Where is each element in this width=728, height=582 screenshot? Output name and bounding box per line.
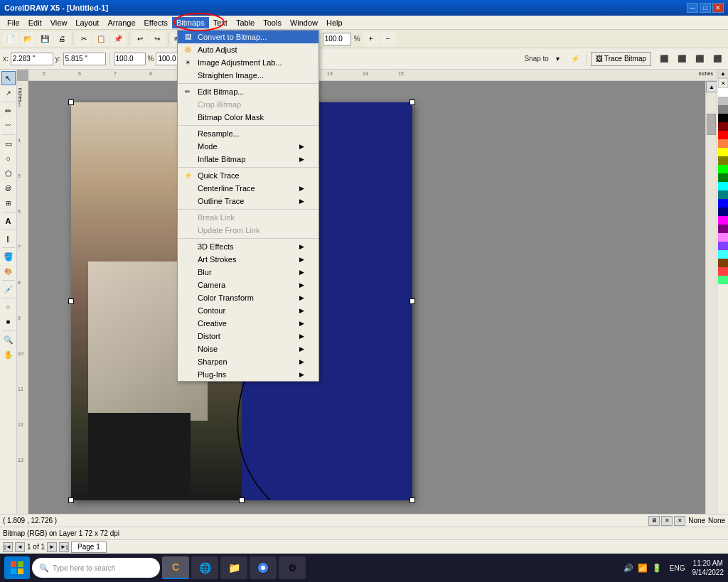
menu-effects[interactable]: Effects: [140, 17, 172, 28]
prop-btn1[interactable]: ⬛: [656, 52, 672, 66]
tool-zoom[interactable]: 🔍: [1, 333, 16, 347]
menu-item-color-transform[interactable]: Color Transform ▶: [178, 291, 318, 304]
undo-btn[interactable]: ↩: [132, 32, 148, 46]
menu-item-sharpen[interactable]: Sharpen ▶: [178, 355, 318, 368]
status-icon2[interactable]: ✕: [661, 516, 673, 526]
swatch-coral[interactable]: [718, 267, 728, 276]
menu-item-blur[interactable]: Blur ▶: [178, 266, 318, 279]
swatch-cyan[interactable]: [718, 182, 728, 190]
swatch-white[interactable]: [718, 88, 728, 97]
last-page-btn[interactable]: ►|: [59, 542, 69, 552]
none-swatch[interactable]: ✕: [718, 78, 728, 88]
swatch-brown[interactable]: [718, 259, 728, 267]
menu-item-image-adjustment[interactable]: ☀ Image Adjustment Lab...: [178, 56, 318, 69]
menu-item-inflate[interactable]: Inflate Bitmap ▶: [178, 153, 318, 166]
prop-btn2[interactable]: ⬛: [674, 52, 690, 66]
menu-help[interactable]: Help: [322, 17, 347, 28]
open-btn[interactable]: 📂: [20, 32, 36, 46]
menu-arrange[interactable]: Arrange: [103, 17, 139, 28]
prop-btn3[interactable]: ⬛: [692, 52, 707, 66]
swatch-orange[interactable]: [718, 139, 728, 148]
tool-parallel[interactable]: ∥: [1, 232, 16, 246]
print-btn[interactable]: 🖨: [54, 32, 70, 46]
menu-view[interactable]: View: [46, 17, 72, 28]
menu-file[interactable]: File: [3, 17, 24, 28]
taskbar-chrome[interactable]: [250, 556, 277, 579]
tool-subselect[interactable]: ↗: [1, 86, 16, 100]
trace-bitmap-btn[interactable]: 🖼 Trace Bitmap: [591, 52, 651, 66]
menu-item-auto-adjust[interactable]: 🔆 Auto Adjust: [178, 43, 318, 56]
swatch-purple[interactable]: [718, 225, 728, 233]
menu-bitmaps[interactable]: Bitmaps: [172, 17, 209, 28]
scroll-thumb-right[interactable]: [707, 114, 716, 135]
menu-item-straighten[interactable]: Straighten Image...: [178, 69, 318, 82]
taskbar-search-box[interactable]: 🔍 Type here to search: [32, 558, 160, 578]
menu-item-distort[interactable]: Distort ▶: [178, 330, 318, 343]
tray-icon2[interactable]: 📶: [637, 562, 648, 573]
tool-text[interactable]: A: [1, 214, 16, 228]
taskbar-app2[interactable]: ⚙: [279, 556, 306, 579]
swatch-yellow[interactable]: [718, 148, 728, 156]
palette-scroll-up[interactable]: ▲: [717, 70, 728, 78]
tool-pan[interactable]: ✋: [1, 347, 16, 362]
scroll-up-btn[interactable]: ▲: [706, 81, 717, 92]
width-prop[interactable]: [114, 53, 146, 65]
menu-item-convert-to-bitmap[interactable]: 🖼 Convert to Bitmap...: [178, 31, 318, 43]
tray-icon3[interactable]: 🔋: [651, 562, 663, 573]
start-button[interactable]: [4, 556, 30, 579]
paste-btn[interactable]: 📌: [110, 32, 126, 46]
swatch-teal[interactable]: [718, 190, 728, 199]
swatch-navy[interactable]: [718, 208, 728, 216]
menu-item-edit-bitmap[interactable]: ✏ Edit Bitmap...: [178, 85, 318, 98]
menu-item-contour[interactable]: Contour ▶: [178, 304, 318, 317]
prop-btn4[interactable]: ⬛: [710, 52, 725, 66]
zoom-input[interactable]: 100.0: [323, 33, 351, 45]
swatch-light-pink[interactable]: [718, 233, 728, 242]
tray-icon1[interactable]: 🔊: [623, 562, 634, 573]
tool-outline[interactable]: ○: [1, 300, 16, 314]
first-page-btn[interactable]: |◄: [3, 542, 13, 552]
tool-rect[interactable]: ▭: [1, 136, 16, 151]
menu-item-outline-trace[interactable]: Outline Trace ▶: [178, 195, 318, 208]
taskbar-explorer[interactable]: 📁: [220, 556, 247, 579]
menu-text[interactable]: Text: [209, 17, 232, 28]
tool-fill2[interactable]: ■: [1, 315, 16, 329]
tool-smart-fill[interactable]: 🎨: [1, 264, 16, 279]
maximize-button[interactable]: □: [700, 3, 711, 13]
new-btn[interactable]: 📄: [3, 32, 18, 46]
status-icon3[interactable]: ✕: [674, 516, 685, 526]
tool-eyedropper[interactable]: 💉: [1, 282, 16, 296]
tool-freehand[interactable]: ✏: [1, 104, 16, 118]
swatch-maroon[interactable]: [718, 122, 728, 131]
swatch-lime[interactable]: [718, 165, 728, 173]
tool-fill[interactable]: 🪣: [1, 249, 16, 264]
swatch-light-cyan[interactable]: [718, 250, 728, 259]
swatch-black[interactable]: [718, 114, 728, 122]
tool-polygon[interactable]: ⬠: [1, 166, 16, 180]
swatch-olive[interactable]: [718, 156, 728, 165]
snap-options[interactable]: ⚡: [567, 52, 583, 66]
menu-item-centerline-trace[interactable]: Centerline Trace ▶: [178, 182, 318, 195]
swatch-blue[interactable]: [718, 199, 728, 208]
menu-item-3d-effects[interactable]: 3D Effects ▶: [178, 240, 318, 253]
swatch-gray[interactable]: [718, 105, 728, 114]
tool-table[interactable]: ⊞: [1, 196, 16, 210]
copy-btn[interactable]: 📋: [93, 32, 109, 46]
menu-tools[interactable]: Tools: [259, 17, 286, 28]
prev-page-btn[interactable]: ◄: [15, 542, 25, 552]
menu-table[interactable]: Table: [232, 17, 259, 28]
menu-item-plugins[interactable]: Plug-Ins ▶: [178, 368, 318, 381]
taskbar-corel[interactable]: C: [162, 556, 189, 579]
tool-select[interactable]: ↖: [1, 71, 16, 85]
menu-item-creative[interactable]: Creative ▶: [178, 317, 318, 330]
menu-item-quick-trace[interactable]: ⚡ Quick Trace: [178, 169, 318, 182]
swatch-silver[interactable]: [718, 97, 728, 105]
close-button[interactable]: ✕: [712, 3, 724, 13]
taskbar-browser[interactable]: 🌐: [191, 556, 218, 579]
menu-item-color-mask[interactable]: Bitmap Color Mask: [178, 111, 318, 124]
next-page-btn[interactable]: ►: [47, 542, 57, 552]
minimize-button[interactable]: ─: [687, 3, 698, 13]
page-tab-1[interactable]: Page 1: [71, 541, 107, 553]
swatch-red[interactable]: [718, 131, 728, 139]
language-btn[interactable]: ENG: [667, 563, 688, 573]
